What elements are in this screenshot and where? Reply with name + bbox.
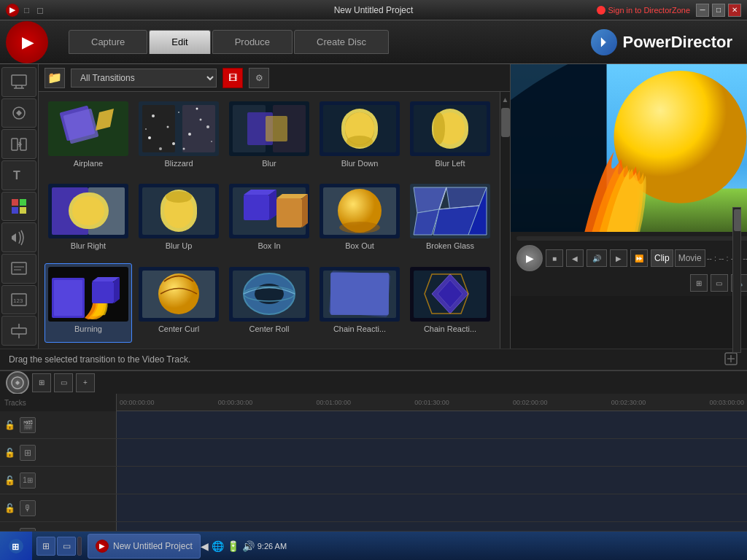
tab-create-disc[interactable]: Create Disc (294, 30, 389, 54)
prev-frame-button[interactable]: ◀ (566, 249, 584, 267)
sidebar-btn-chapter[interactable]: 123 (1, 285, 36, 315)
svg-rect-27 (182, 105, 215, 152)
transition-label: Box In (258, 241, 280, 250)
stop-button[interactable]: ■ (546, 249, 563, 267)
track-video-content[interactable] (117, 411, 747, 438)
transition-blur[interactable]: Blur (225, 98, 313, 177)
taskbar-icon-2[interactable]: ▭ (57, 537, 76, 556)
view-toggle-1[interactable]: ⊞ (690, 274, 708, 292)
transition-center-curl[interactable]: Center Curl (135, 263, 222, 343)
svg-marker-75 (302, 194, 308, 228)
minimize-restore-btns[interactable]: □ ◻ (22, 5, 46, 15)
track-overlay-icon: ⊞ (20, 445, 36, 461)
sidebar-btn-titles[interactable]: T (1, 160, 36, 190)
app-logo: ▶ (6, 21, 48, 63)
sidebar-btn-media[interactable] (1, 67, 36, 97)
filter-dropdown[interactable]: All Transitions (71, 69, 217, 88)
sidebar-btn-extra[interactable] (1, 316, 36, 346)
start-button[interactable]: ⊞ (0, 532, 32, 561)
next-frame-button[interactable]: ▶ (610, 249, 627, 267)
app-brand: ⏵ PowerDirector (591, 29, 732, 55)
transition-airplane[interactable]: Airplane (44, 98, 132, 177)
options-button[interactable]: ⚙ (249, 68, 269, 88)
svg-rect-9 (12, 199, 18, 206)
transition-label: Blur Up (166, 241, 193, 250)
sign-in-button[interactable]: Sign in to DirectorZone (597, 6, 691, 15)
fast-forward-button[interactable]: ⏩ (630, 249, 648, 267)
left-sidebar: T 123 (0, 64, 39, 349)
transition-burning[interactable]: Burning (44, 263, 132, 343)
taskbar-app-button[interactable]: ▶ New Untitled Project (88, 534, 201, 559)
track-overlay-content[interactable] (117, 439, 747, 466)
transitions-scrollbar[interactable]: ▲ ▼ (500, 92, 510, 349)
sidebar-btn-effects[interactable] (1, 98, 36, 128)
svg-point-38 (145, 128, 147, 130)
svg-marker-93 (114, 277, 120, 303)
tray-arrow[interactable]: ◀ (201, 540, 209, 552)
tray-volume[interactable]: 🔊 (242, 540, 255, 552)
svg-rect-0 (12, 75, 26, 85)
svg-point-28 (152, 114, 155, 117)
scroll-thumb[interactable] (501, 108, 510, 137)
timeline-ruler[interactable]: 00:00:00:00 00:00:30:00 00:01:00:00 00:0… (117, 394, 747, 411)
transition-blizzard[interactable]: Blizzard (135, 98, 222, 177)
sidebar-btn-transitions[interactable] (1, 129, 36, 159)
track-voice-content[interactable] (117, 494, 747, 521)
sidebar-btn-color[interactable] (1, 192, 36, 222)
tab-edit[interactable]: Edit (149, 30, 210, 54)
transition-blur-left[interactable]: Blur Left (406, 98, 494, 177)
taskbar-icon-1[interactable]: ⊞ (36, 537, 55, 556)
transition-box-in[interactable]: Box In (225, 180, 313, 260)
transition-label: Center Curl (158, 324, 199, 333)
clip-tab[interactable]: Clip (651, 249, 673, 267)
timeline-view-btn2[interactable]: ▭ (54, 373, 73, 392)
audio-mix-button[interactable]: 🔊 (587, 249, 607, 267)
svg-point-39 (172, 142, 175, 145)
track-pip-content[interactable] (117, 467, 747, 494)
preview-controls: ▶ ■ ◀ 🔊 ▶ ⏩ Clip Movie -- : -- : -- : --… (511, 232, 747, 296)
scroll-up-arrow[interactable]: ▲ (500, 92, 510, 106)
transition-chain-reaction-1[interactable]: Chain Reacti... (316, 263, 403, 343)
transition-label: Box Out (345, 241, 374, 250)
view-toggle-2[interactable]: ▭ (711, 274, 728, 292)
svg-point-56 (433, 112, 445, 144)
tray-battery[interactable]: 🔋 (227, 540, 239, 552)
transition-box-out[interactable]: Box Out (316, 180, 403, 260)
transition-center-roll[interactable]: Center Roll (225, 263, 313, 343)
add-to-timeline-button[interactable]: 🎞 (222, 68, 243, 88)
sidebar-btn-subtitles[interactable] (1, 254, 36, 284)
transition-chain-reaction-2[interactable]: Chain Reacti... (406, 263, 494, 343)
title-bar-right: Sign in to DirectorZone ─ □ ✕ (597, 4, 742, 17)
lock-icon-4[interactable]: 🔓 (4, 503, 15, 513)
track-voice-icon: 🎙 (20, 500, 36, 516)
lock-icon[interactable]: 🔓 (4, 420, 15, 430)
play-button[interactable]: ▶ (516, 245, 543, 271)
minimize-button[interactable]: ─ (696, 4, 709, 17)
transition-blur-right[interactable]: Blur Right (44, 180, 132, 260)
transition-broken-glass[interactable]: Broken Glass (406, 180, 494, 260)
brand-name: PowerDirector (623, 33, 732, 52)
controls-row: ▶ ■ ◀ 🔊 ▶ ⏩ Clip Movie -- : -- : -- : -- (516, 245, 747, 271)
svg-point-31 (178, 112, 179, 113)
svg-rect-73 (276, 198, 302, 228)
transition-label: Burning (74, 324, 102, 333)
maximize-button[interactable]: □ (712, 4, 725, 17)
timeline-scrollbar-v[interactable] (732, 394, 741, 411)
svg-rect-70 (244, 195, 269, 220)
lock-icon-2[interactable]: 🔓 (4, 448, 15, 458)
tray-network[interactable]: 🌐 (212, 540, 224, 552)
folder-button[interactable]: 📁 (44, 68, 65, 88)
transition-blur-down[interactable]: Blur Down (316, 98, 403, 177)
movie-tab[interactable]: Movie (675, 249, 705, 267)
main-content: T 123 📁 All Transitions 🎞 ⚙ (0, 64, 747, 349)
tab-capture[interactable]: Capture (69, 30, 147, 54)
timeline-add-btn[interactable]: + (76, 373, 95, 392)
tab-produce[interactable]: Produce (212, 30, 293, 54)
timeline-view-btn[interactable]: ⊞ (32, 373, 51, 392)
lock-icon-3[interactable]: 🔓 (4, 475, 15, 486)
sidebar-btn-audio[interactable] (1, 222, 36, 252)
seekbar[interactable] (516, 236, 747, 241)
transition-blur-up[interactable]: Blur Up (135, 180, 222, 260)
transition-label: Blizzard (164, 159, 193, 168)
svg-point-37 (206, 125, 209, 128)
